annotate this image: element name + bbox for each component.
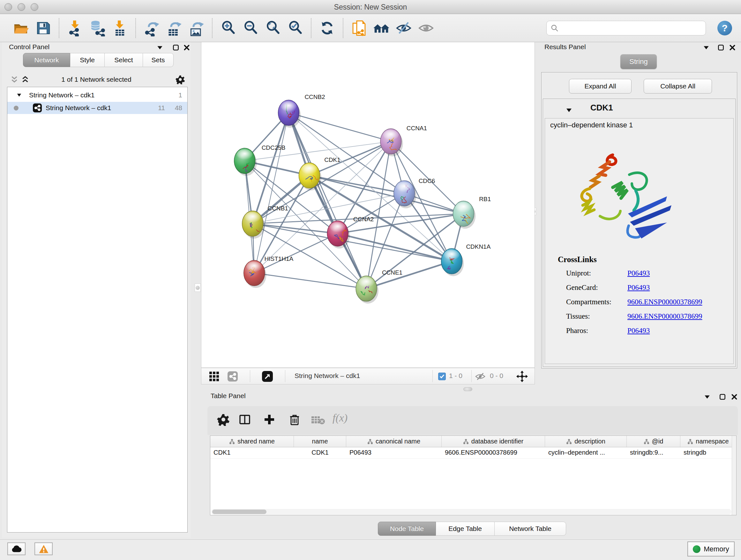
table-toolbar: f(x): [207, 406, 738, 435]
tab-string[interactable]: String: [620, 54, 657, 69]
network-canvas[interactable]: CCNB2 CCNA1 CDC25B CDK1 CDC6 RB1 CCNB1 C…: [201, 42, 535, 368]
tab-network-table[interactable]: Network Table: [495, 522, 566, 536]
node-CDKN1A[interactable]: [441, 248, 464, 276]
tab-network[interactable]: Network: [23, 53, 70, 67]
crosslink-link[interactable]: 9606.ENSP00000378699: [627, 298, 702, 306]
search-box[interactable]: [546, 21, 706, 36]
warnings-button[interactable]: [35, 543, 53, 555]
zoom-in-button[interactable]: [219, 19, 238, 37]
node-CCNE1[interactable]: [356, 276, 379, 304]
close-panel-icon[interactable]: [729, 44, 736, 51]
birds-eye-view-icon[interactable]: [262, 371, 273, 382]
crosslink-link[interactable]: P06493: [627, 269, 650, 277]
create-column-icon[interactable]: [263, 413, 276, 426]
node-CDC25B[interactable]: [234, 148, 257, 176]
cell-description[interactable]: cyclin–dependent ...: [545, 447, 627, 458]
tab-edge-table[interactable]: Edge Table: [436, 522, 495, 536]
delete-table-icon[interactable]: [311, 415, 325, 425]
cell-canonical-name[interactable]: P06493: [346, 447, 442, 458]
column-header-database-identifier[interactable]: database identifier: [442, 436, 545, 447]
node-CDK1[interactable]: [299, 163, 323, 191]
node-CCNB2[interactable]: [278, 100, 301, 128]
tab-sets[interactable]: Sets: [143, 53, 174, 67]
edge-CCNB2-CCNE1[interactable]: [288, 113, 366, 289]
hide-selected-button[interactable]: [394, 19, 413, 37]
grid-view-icon[interactable]: [209, 371, 219, 382]
network-view-icon[interactable]: [227, 371, 238, 381]
cell-name[interactable]: CDK1: [294, 447, 346, 458]
save-session-button[interactable]: [34, 19, 52, 37]
crosslink-link[interactable]: P06493: [627, 327, 650, 335]
selected-checkbox-icon[interactable]: [438, 373, 446, 380]
close-panel-icon[interactable]: [183, 44, 190, 51]
pan-move-icon[interactable]: [516, 370, 528, 382]
node-table[interactable]: shared namenamecanonical namedatabase id…: [210, 435, 737, 515]
edge-CCNA2-HIST1H1A[interactable]: [254, 233, 338, 273]
export-network-button[interactable]: [142, 19, 161, 37]
float-panel-icon[interactable]: [172, 44, 179, 51]
column-header-description[interactable]: description: [545, 436, 627, 447]
edge-CCNB2-HIST1H1A[interactable]: [254, 113, 289, 273]
crosslink-link[interactable]: P06493: [627, 284, 650, 292]
search-input[interactable]: [561, 24, 702, 32]
import-database-button[interactable]: [88, 19, 107, 37]
cell-@id[interactable]: stringdb:9...: [627, 447, 680, 458]
float-panel-icon[interactable]: [719, 393, 726, 400]
import-table-button[interactable]: [111, 19, 129, 37]
tab-style[interactable]: Style: [70, 53, 105, 67]
zoom-out-button[interactable]: [241, 19, 260, 37]
show-all-button[interactable]: [417, 19, 435, 37]
open-session-button[interactable]: [11, 19, 30, 37]
network-tree: String Network – cdk1 1 String Network –…: [7, 87, 188, 533]
show-columns-icon[interactable]: [239, 413, 251, 426]
column-header-@id[interactable]: @id: [627, 436, 680, 447]
gene-disclosure-icon[interactable]: [565, 107, 572, 114]
edge-CDKN1A-CCNE1[interactable]: [366, 261, 452, 289]
hidden-eye-slash-icon[interactable]: [475, 372, 485, 381]
delete-column-icon[interactable]: [288, 413, 301, 426]
scrollbar-thumb[interactable]: [212, 509, 266, 514]
export-table-button[interactable]: [165, 19, 183, 37]
expand-all-button[interactable]: Expand All: [569, 79, 631, 94]
node-RB1[interactable]: [453, 201, 475, 229]
first-neighbors-button[interactable]: [372, 19, 391, 37]
tab-select[interactable]: Select: [105, 53, 143, 67]
import-network-button[interactable]: [66, 19, 84, 37]
crosslink-link[interactable]: 9606.ENSP00000378699: [627, 312, 702, 320]
close-panel-icon[interactable]: [731, 393, 738, 400]
left-splitter-handle[interactable]: [195, 284, 201, 292]
column-header-canonical-name[interactable]: canonical name: [346, 436, 442, 447]
function-builder-icon[interactable]: f(x): [333, 412, 345, 425]
table-horizontal-scrollbar[interactable]: [211, 509, 731, 515]
cloud-button[interactable]: [7, 543, 25, 555]
tab-node-table[interactable]: Node Table: [378, 522, 436, 536]
node-CCNA2[interactable]: [327, 221, 350, 248]
column-header-namespace[interactable]: namespace: [680, 436, 736, 447]
node-CCNA1[interactable]: [381, 129, 403, 157]
zoom-fit-button[interactable]: [264, 19, 282, 37]
edge-HIST1H1A-CCNE1[interactable]: [254, 273, 366, 289]
column-header-name[interactable]: name: [294, 436, 346, 447]
column-header-shared-name[interactable]: shared name: [210, 436, 294, 447]
table-settings-gear-icon[interactable]: [217, 413, 230, 426]
cell-database-identifier[interactable]: 9606.ENSP00000378699: [442, 447, 545, 458]
panel-menu-icon[interactable]: [703, 44, 710, 51]
network-row[interactable]: String Network – cdk1 11 48: [7, 102, 187, 114]
float-panel-icon[interactable]: [718, 44, 724, 51]
refresh-view-button[interactable]: [318, 19, 336, 37]
export-image-button[interactable]: [187, 19, 205, 37]
zoom-selected-button[interactable]: [286, 19, 305, 37]
network-collection-row[interactable]: String Network – cdk1 1: [7, 89, 187, 101]
panel-menu-icon[interactable]: [704, 393, 711, 400]
table-row[interactable]: CDK1CDK1P064939606.ENSP00000378699cyclin…: [210, 447, 736, 459]
help-button[interactable]: ?: [718, 21, 732, 36]
clone-network-button[interactable]: [350, 19, 368, 37]
cell-namespace[interactable]: stringdb: [680, 447, 736, 458]
collapse-all-button[interactable]: Collapse All: [644, 79, 712, 94]
panel-menu-icon[interactable]: [156, 44, 163, 51]
network-options-gear-icon[interactable]: [176, 75, 185, 84]
cell-shared-name[interactable]: CDK1: [210, 447, 294, 458]
table-vertical-scrollbar[interactable]: [732, 436, 736, 515]
collection-disclosure-icon[interactable]: [16, 92, 22, 98]
memory-button[interactable]: Memory: [687, 542, 735, 557]
